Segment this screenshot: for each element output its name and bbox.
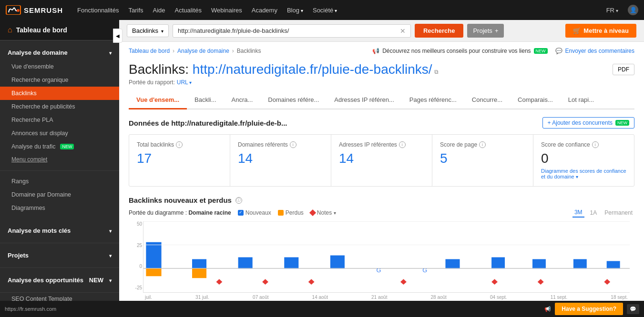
search-input[interactable] [178, 27, 397, 34]
time-1a[interactable]: 1A [588, 208, 599, 217]
sidebar-collapse-button[interactable]: ◀ [113, 29, 123, 43]
nav-fonctionnalites[interactable]: Fonctionnalités [77, 7, 119, 14]
legend-nouveaux[interactable]: Nouveaux [238, 209, 271, 216]
nav-blog[interactable]: Blog [287, 7, 303, 14]
nav-academy[interactable]: Academy [252, 7, 277, 14]
legend-notes[interactable]: Notes [310, 209, 336, 216]
note-diamond-5 [491, 279, 498, 285]
sidebar-section-mots-cles-header[interactable]: Analyse de mots clés [0, 223, 119, 238]
chat-icon[interactable]: 💬 [627, 304, 639, 314]
sidebar-item-backlinks[interactable]: Backlinks [0, 87, 119, 100]
title-url-link[interactable]: http://naturedigitale.fr/pluie-de-backli… [193, 62, 432, 77]
new-badge-competitors: NEW [615, 120, 629, 126]
tab-lot-rapide[interactable]: Lot rapi... [561, 91, 602, 109]
sidebar-section-projets-header[interactable]: Projets [0, 248, 119, 263]
search-button[interactable]: Recherche [415, 24, 463, 38]
tab-adresses-ip[interactable]: Adresses IP référen... [327, 91, 402, 109]
nav-aide[interactable]: Aide [153, 7, 165, 14]
search-type-selector[interactable]: Backlinks [127, 24, 169, 37]
add-competitors-button[interactable]: + Ajouter des concurrents NEW [542, 117, 634, 129]
projets-chevron [109, 252, 112, 259]
metric-total-backlinks: Total backlinks i 17 [129, 135, 230, 186]
sidebar-item-vue-ensemble[interactable]: Vue d'ensemble [0, 60, 119, 73]
chart-time-controls: 3M 1A Permanent [572, 208, 634, 218]
bar-new-14 [532, 259, 546, 268]
bar-new-3 [192, 259, 206, 268]
breadcrumb-current: Backlinks [237, 48, 261, 54]
sidebar-item-recherche-pub[interactable]: Recherche de publicités [0, 100, 119, 113]
search-input-wrapper: ✕ [173, 24, 411, 38]
sidebar-dashboard[interactable]: ⌂ Tableau de bord [0, 20, 119, 40]
metric-domaines-referents: Domaines référents i 14 [230, 135, 331, 186]
sidebar-item-domaine-par-domaine[interactable]: Domaine par Domaine [0, 188, 119, 201]
sidebar-item-analyse-trafic[interactable]: Analyse du trafic NEW [0, 140, 119, 153]
info-icon-domaines[interactable]: i [290, 141, 296, 148]
time-permanent[interactable]: Permanent [603, 208, 634, 217]
tab-comparaisons[interactable]: Comparais... [510, 91, 561, 109]
scope-url-link[interactable]: URL [177, 79, 192, 86]
metric-note-confiance[interactable]: Diagramme des scores de confiance et du … [541, 168, 626, 179]
bar-new-16 [573, 259, 587, 268]
notes-chevron [334, 209, 336, 216]
suggest-button[interactable]: Have a Suggestion? [555, 303, 623, 315]
upgrade-button[interactable]: 🛒 Mettre à niveau [565, 24, 636, 38]
scope-chevron [189, 79, 192, 86]
sidebar-dashboard-label: Tableau de bord [16, 26, 67, 34]
projects-button[interactable]: Projets + [467, 24, 504, 38]
bar-new-12 [491, 257, 505, 268]
search-clear-button[interactable]: ✕ [400, 27, 406, 35]
info-icon-ip[interactable]: i [399, 141, 406, 148]
sidebar-section-opportunites-header[interactable]: Analyse des opportunités NEW [0, 273, 119, 287]
nav-webinaires[interactable]: Webinaires [211, 7, 242, 14]
banner-feedback[interactable]: 💬 Envoyer des commentaires [555, 48, 634, 54]
nav-tarifs[interactable]: Tarifs [128, 7, 143, 14]
banner-tip[interactable]: 📢 Découvrez nos meilleurs conseils pour … [372, 48, 547, 54]
comment-icon: 💬 [555, 48, 562, 54]
sidebar-item-menu-complet[interactable]: Menu complet [0, 153, 119, 166]
sidebar-item-diagrammes[interactable]: Diagrammes [0, 201, 119, 215]
breadcrumb-dashboard[interactable]: Tableau de bord [129, 48, 170, 54]
metric-score-confiance: Score de confiance i 0 Diagramme des sco… [533, 135, 634, 186]
tab-vue-ensemble[interactable]: Vue d'ensem... [129, 91, 187, 109]
page-title-row: Backlinks: http://naturedigitale.fr/plui… [129, 62, 634, 77]
bottom-bar: https://fr.semrush.com 📢 Have a Suggesti… [0, 301, 644, 317]
cart-icon: 🛒 [573, 27, 581, 34]
legend-perdus[interactable]: Perdus [278, 209, 304, 216]
note-diamond-3 [308, 279, 315, 285]
tab-domaines[interactable]: Domaines référe... [260, 91, 327, 109]
note-diamond-1 [216, 279, 222, 285]
tab-backlinks[interactable]: Backli... [187, 91, 224, 109]
note-diamond-4 [400, 279, 407, 285]
sidebar-section-domain-header[interactable]: Analyse de domaine [0, 45, 119, 60]
sidebar-item-rangs[interactable]: Rangs [0, 175, 119, 188]
bottom-speaker-icon: 📢 [544, 306, 551, 312]
time-3m[interactable]: 3M [572, 208, 584, 218]
external-link-icon [434, 67, 439, 75]
metric-score-page: Score de page i 5 [432, 135, 533, 186]
bar-new-11 [445, 259, 460, 268]
nav-societe[interactable]: Société [313, 7, 337, 14]
bar-lost-1 [146, 268, 161, 276]
info-icon-page-score[interactable]: i [479, 141, 486, 148]
legend-box-perdus [278, 210, 284, 216]
chart-area: G G [143, 221, 630, 293]
tab-ancres[interactable]: Ancra... [224, 91, 261, 109]
info-icon-confiance[interactable]: i [592, 141, 599, 148]
info-icon-chart[interactable]: ⓘ [235, 197, 242, 204]
bar-lost-3 [192, 268, 206, 278]
breadcrumb-domain[interactable]: Analyse de domaine [177, 48, 229, 54]
logo[interactable]: SEMRUSH [6, 5, 63, 15]
language-selector[interactable]: FR [606, 7, 618, 14]
nav-actualites[interactable]: Actualités [175, 7, 202, 14]
user-avatar[interactable]: 👤 [628, 5, 638, 15]
pdf-button[interactable]: PDF [613, 64, 634, 75]
sidebar-item-recherche-pla[interactable]: Recherche PLA [0, 113, 119, 127]
chart-container: 50 25 0 -25 [143, 221, 630, 300]
sidebar-item-recherche-organique[interactable]: Recherche organique [0, 73, 119, 87]
home-icon: ⌂ [8, 26, 12, 34]
tab-pages[interactable]: Pages référenc... [402, 91, 464, 109]
tab-concurrents[interactable]: Concurre... [464, 91, 510, 109]
sidebar-item-annonces-display[interactable]: Annonces sur display [0, 127, 119, 140]
info-icon-backlinks[interactable]: i [176, 141, 183, 148]
toolbar: Backlinks ✕ Recherche Projets + 🛒 Mettre… [119, 20, 644, 42]
